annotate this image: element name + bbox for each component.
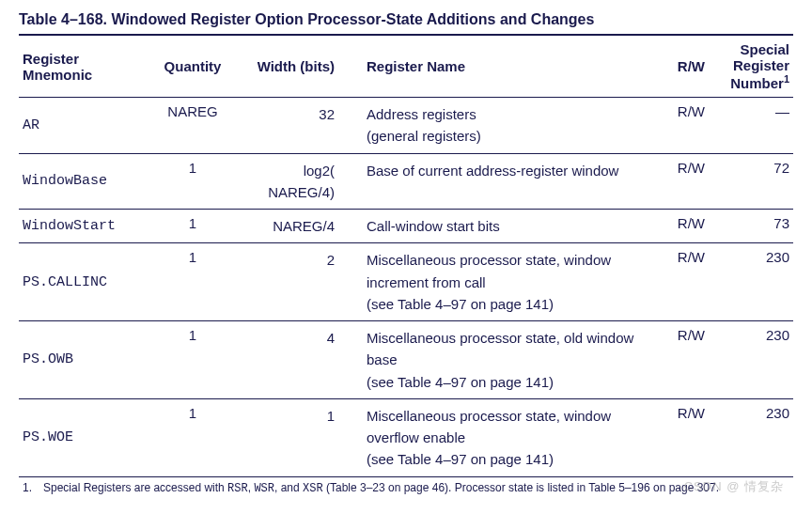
cell-rw: R/W: [652, 321, 709, 399]
cell-width: 1: [244, 398, 338, 476]
cell-special-number: 73: [709, 210, 793, 243]
cell-quantity: 1: [141, 398, 244, 476]
table-row: WindowBase1log2( NAREG/4)Base of current…: [19, 153, 793, 210]
cell-register-name: Miscellaneous processor state, window ov…: [338, 398, 652, 476]
cell-quantity: 1: [141, 321, 244, 399]
table-row: PS.CALLINC12Miscellaneous processor stat…: [19, 243, 793, 321]
cell-special-number: 230: [709, 398, 793, 476]
table-row: PS.OWB14Miscellaneous processor state, o…: [19, 321, 793, 399]
cell-width: 2: [244, 243, 338, 321]
cell-mnemonic: WindowStart: [19, 210, 141, 243]
cell-register-name: Address registers (general registers): [338, 98, 652, 154]
cell-quantity: 1: [141, 243, 244, 321]
table-row: PS.WOE11Miscellaneous processor state, w…: [19, 398, 793, 476]
cell-register-name: Miscellaneous processor state, window in…: [338, 243, 652, 321]
header-special: Special Register Number1: [709, 35, 793, 98]
cell-register-name: Base of current address-register window: [338, 153, 652, 210]
table-row: WindowStart1NAREG/4Call-window start bit…: [19, 210, 793, 243]
cell-quantity: 1: [141, 210, 244, 243]
cell-width: 4: [244, 321, 338, 399]
cell-mnemonic: PS.OWB: [19, 321, 141, 399]
cell-rw: R/W: [652, 243, 709, 321]
cell-register-name: Miscellaneous processor state, old windo…: [338, 321, 652, 399]
cell-special-number: —: [709, 98, 793, 154]
cell-quantity: NAREG: [141, 98, 244, 154]
cell-width: NAREG/4: [244, 210, 338, 243]
cell-special-number: 230: [709, 321, 793, 399]
header-width: Width (bits): [244, 35, 338, 98]
cell-width: log2( NAREG/4): [244, 153, 338, 210]
cell-register-name: Call-window start bits: [338, 210, 652, 243]
footnote: 1.Special Registers are accessed with RS…: [19, 476, 793, 501]
cell-mnemonic: WindowBase: [19, 153, 141, 210]
table-row: ARNAREG32Address registers (general regi…: [19, 98, 793, 154]
table-header-row: Register Mnemonic Quantity Width (bits) …: [19, 35, 793, 98]
header-name: Register Name: [338, 35, 652, 98]
cell-special-number: 230: [709, 243, 793, 321]
cell-mnemonic: PS.WOE: [19, 398, 141, 476]
cell-mnemonic: AR: [19, 98, 141, 154]
header-mnemonic: Register Mnemonic: [19, 35, 141, 98]
cell-width: 32: [244, 98, 338, 154]
cell-rw: R/W: [652, 98, 709, 154]
header-rw: R/W: [652, 35, 709, 98]
register-table: Register Mnemonic Quantity Width (bits) …: [19, 34, 793, 501]
cell-rw: R/W: [652, 398, 709, 476]
table-title: Table 4–168. Windowed Register Option Pr…: [19, 11, 793, 28]
cell-rw: R/W: [652, 210, 709, 243]
cell-rw: R/W: [652, 153, 709, 210]
header-quantity: Quantity: [141, 35, 244, 98]
cell-quantity: 1: [141, 153, 244, 210]
cell-special-number: 72: [709, 153, 793, 210]
cell-mnemonic: PS.CALLINC: [19, 243, 141, 321]
